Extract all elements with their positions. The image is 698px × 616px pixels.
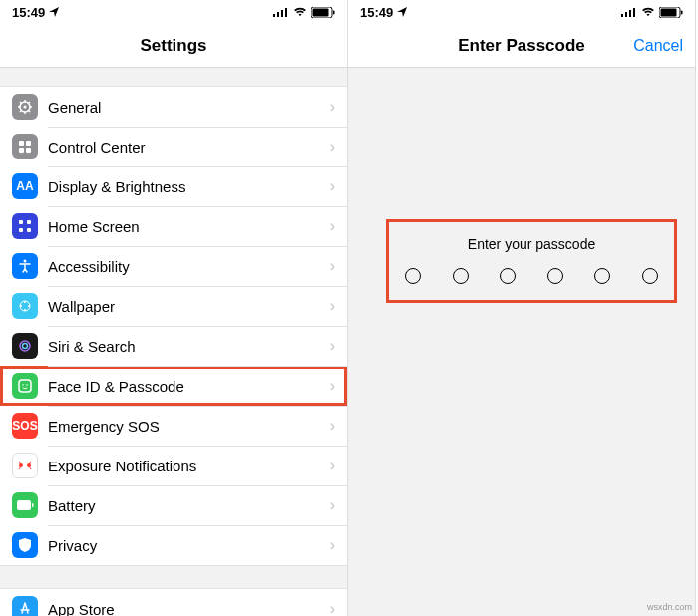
control-center-icon xyxy=(12,134,38,159)
status-bar: 15:49 xyxy=(348,0,695,24)
row-label: Accessibility xyxy=(48,258,330,275)
chevron-right-icon: › xyxy=(330,457,335,474)
svg-point-24 xyxy=(23,344,28,349)
settings-row-accessibility[interactable]: Accessibility› xyxy=(0,246,347,286)
battery-icon xyxy=(659,7,683,18)
passcode-dot xyxy=(405,268,421,284)
general-icon xyxy=(12,94,38,120)
svg-point-27 xyxy=(26,384,28,386)
app-store-icon xyxy=(12,596,38,616)
signal-icon xyxy=(273,7,289,17)
settings-row-siri-search[interactable]: Siri & Search› xyxy=(0,326,347,366)
settings-row-control-center[interactable]: Control Center› xyxy=(0,127,347,166)
svg-point-22 xyxy=(20,305,22,307)
svg-rect-0 xyxy=(273,14,275,17)
status-bar: 15:49 xyxy=(0,0,347,24)
emergency-sos-icon: SOS xyxy=(12,413,38,439)
navbar: Enter Passcode Cancel xyxy=(348,24,695,68)
accessibility-icon xyxy=(12,253,38,279)
svg-rect-6 xyxy=(333,10,335,14)
watermark: wsxdn.com xyxy=(647,602,692,612)
navbar: Settings xyxy=(0,24,347,68)
svg-rect-3 xyxy=(285,8,287,17)
svg-rect-38 xyxy=(629,10,631,17)
status-time: 15:49 xyxy=(12,5,45,20)
wifi-icon xyxy=(641,7,655,17)
chevron-right-icon: › xyxy=(330,536,335,554)
svg-rect-15 xyxy=(19,228,23,232)
battery-icon xyxy=(12,492,38,518)
svg-rect-5 xyxy=(313,8,329,16)
svg-rect-2 xyxy=(281,10,283,17)
settings-row-battery[interactable]: Battery› xyxy=(0,485,347,525)
passcode-dots xyxy=(399,268,664,284)
row-label: App Store xyxy=(48,601,330,617)
page-title: Settings xyxy=(140,36,206,56)
row-label: Home Screen xyxy=(48,218,330,235)
passcode-prompt: Enter your passcode xyxy=(399,236,664,252)
chevron-right-icon: › xyxy=(330,417,335,435)
location-icon xyxy=(397,7,407,17)
signal-icon xyxy=(621,7,637,17)
svg-point-21 xyxy=(24,309,26,311)
svg-rect-25 xyxy=(19,380,31,392)
wifi-icon xyxy=(293,7,307,17)
svg-rect-14 xyxy=(27,220,31,224)
svg-rect-36 xyxy=(621,14,623,17)
svg-rect-10 xyxy=(26,141,31,146)
chevron-right-icon: › xyxy=(330,377,335,395)
settings-screen: 15:49 Settings General›Control Center›AA… xyxy=(0,0,348,616)
chevron-right-icon: › xyxy=(330,98,335,116)
svg-rect-30 xyxy=(17,500,31,510)
settings-row-emergency-sos[interactable]: SOSEmergency SOS› xyxy=(0,406,347,446)
row-label: Wallpaper xyxy=(48,298,330,315)
settings-row-face-id-passcode[interactable]: Face ID & Passcode› xyxy=(0,366,347,406)
settings-row-app-store[interactable]: App Store› xyxy=(0,589,347,616)
passcode-dot xyxy=(453,268,469,284)
svg-rect-39 xyxy=(633,8,635,17)
passcode-dot xyxy=(642,268,658,284)
row-label: Exposure Notifications xyxy=(48,458,330,474)
row-label: Face ID & Passcode xyxy=(48,378,330,395)
row-label: General xyxy=(48,99,330,116)
exposure-notifications-icon xyxy=(12,453,38,478)
passcode-dot xyxy=(500,268,516,284)
privacy-icon xyxy=(12,532,38,558)
chevron-right-icon: › xyxy=(330,217,335,235)
chevron-right-icon: › xyxy=(330,600,335,616)
home-screen-icon xyxy=(12,213,38,239)
settings-row-display-brightness[interactable]: AADisplay & Brightness› xyxy=(0,166,347,206)
svg-rect-11 xyxy=(19,148,24,153)
settings-row-privacy[interactable]: Privacy› xyxy=(0,525,347,565)
svg-rect-12 xyxy=(26,148,31,153)
row-label: Siri & Search xyxy=(48,338,330,355)
settings-row-wallpaper[interactable]: Wallpaper› xyxy=(0,286,347,326)
settings-list[interactable]: General›Control Center›AADisplay & Brigh… xyxy=(0,68,347,616)
settings-row-exposure-notifications[interactable]: Exposure Notifications› xyxy=(0,446,347,485)
cancel-button[interactable]: Cancel xyxy=(633,37,683,55)
svg-rect-1 xyxy=(277,12,279,17)
svg-rect-9 xyxy=(19,141,24,146)
passcode-entry[interactable]: Enter your passcode xyxy=(386,219,677,303)
svg-point-8 xyxy=(24,106,27,109)
status-time: 15:49 xyxy=(360,5,393,20)
svg-rect-41 xyxy=(661,8,677,16)
passcode-dot xyxy=(594,268,610,284)
svg-rect-13 xyxy=(19,220,23,224)
settings-row-home-screen[interactable]: Home Screen› xyxy=(0,206,347,246)
row-label: Display & Brightness xyxy=(48,178,330,195)
page-title: Enter Passcode xyxy=(458,36,585,56)
display-brightness-icon: AA xyxy=(12,173,38,199)
passcode-content: Enter your passcode xyxy=(348,68,695,616)
row-label: Battery xyxy=(48,497,330,514)
face-id-passcode-icon xyxy=(12,373,38,399)
svg-point-20 xyxy=(28,305,30,307)
settings-row-general[interactable]: General› xyxy=(0,87,347,127)
row-label: Emergency SOS xyxy=(48,418,330,435)
chevron-right-icon: › xyxy=(330,496,335,514)
location-icon xyxy=(49,7,59,17)
passcode-dot xyxy=(547,268,563,284)
passcode-screen: 15:49 Enter Passcode Cancel Enter your p… xyxy=(348,0,696,616)
svg-rect-37 xyxy=(625,12,627,17)
siri-search-icon xyxy=(12,333,38,359)
